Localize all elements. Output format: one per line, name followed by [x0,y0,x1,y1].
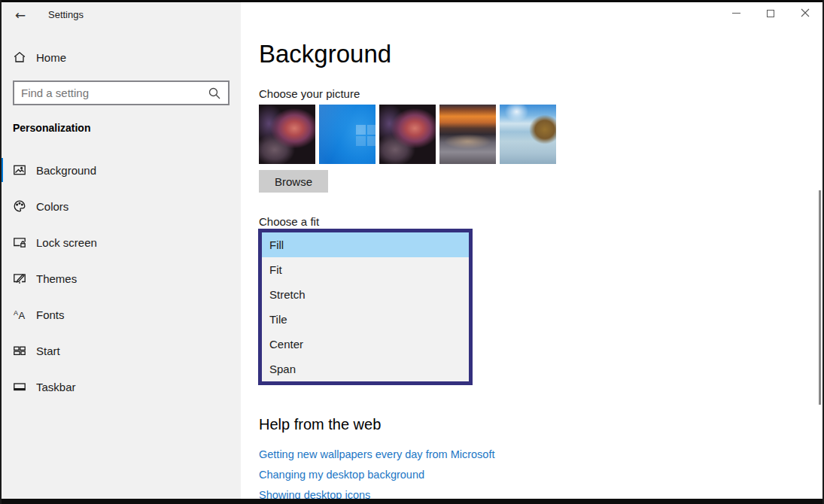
fit-option-stretch[interactable]: Stretch [262,282,469,307]
lock-screen-icon [13,235,26,252]
choose-picture-label: Choose your picture [259,87,360,100]
search-box [13,80,230,105]
back-arrow-icon: ← [15,8,26,23]
sidebar-item-lock-screen[interactable]: Lock screen [0,226,241,259]
wallpaper-thumbnail-4[interactable] [439,105,496,164]
sidebar-item-label: Fonts [36,308,65,321]
sidebar-item-label: Home [36,51,66,64]
fit-option-fill[interactable]: Fill [262,232,469,257]
sidebar-item-label: Themes [36,272,77,285]
home-icon [13,50,26,67]
sidebar-item-label: Start [36,345,60,357]
link-changing-desktop-background[interactable]: Changing my desktop background [259,469,424,481]
maximize-icon [767,10,774,17]
palette-icon [13,199,26,216]
sidebar-item-start[interactable]: Start [0,334,241,367]
close-button[interactable] [788,2,822,24]
image-icon [13,163,26,180]
choose-fit-label: Choose a fit [259,215,319,228]
sidebar-item-themes[interactable]: Themes [0,262,241,295]
svg-text:A: A [19,310,26,321]
fit-option-fit[interactable]: Fit [262,257,469,282]
fonts-icon: A A [13,308,26,324]
search-icon[interactable] [207,86,223,101]
window-edge-left [0,0,2,504]
page-title: Background [259,40,391,68]
wallpaper-thumbnails [259,105,556,164]
wallpaper-thumbnail-1[interactable] [259,105,315,164]
sidebar-item-label: Colors [36,200,68,213]
sidebar-item-label: Lock screen [36,236,97,249]
sidebar-item-fonts[interactable]: A A Fonts [0,298,241,331]
browse-button[interactable]: Browse [259,170,328,193]
fit-dropdown-list: Fill Fit Stretch Tile Center Span [258,229,473,385]
sidebar-item-taskbar[interactable]: Taskbar [0,370,241,403]
vertical-scrollbar-thumb[interactable] [819,190,821,405]
fit-option-span[interactable]: Span [262,357,469,381]
back-button[interactable]: ← [11,7,30,23]
search-input[interactable] [14,87,207,99]
taskbar-icon [13,380,26,396]
wallpaper-thumbnail-3[interactable] [379,105,436,164]
minimize-icon [732,13,740,14]
wallpaper-thumbnail-2[interactable] [319,105,376,164]
sidebar-item-label: Taskbar [36,381,76,393]
section-header-personalization: Personalization [13,122,90,134]
maximize-button[interactable] [753,2,788,24]
fit-option-center[interactable]: Center [262,332,469,357]
svg-text:A: A [14,309,18,317]
start-grid-icon [13,344,26,360]
window-controls [719,2,822,24]
sidebar-item-colors[interactable]: Colors [0,190,241,223]
link-getting-new-wallpapers[interactable]: Getting new wallpapers every day from Mi… [259,448,495,460]
help-from-web-title: Help from the web [259,416,381,433]
main-content: Background Choose your picture Browse Ch… [241,2,822,499]
window-edge-bottom [0,499,824,504]
sidebar: ← Settings Home Personalization [0,2,241,499]
sidebar-item-label: Background [36,164,96,177]
wallpaper-thumbnail-5[interactable] [500,105,556,164]
sidebar-item-background[interactable]: Background [0,153,241,187]
window-edge-top [0,0,824,2]
sidebar-item-home[interactable]: Home [0,47,241,70]
close-icon [801,7,810,20]
themes-icon [13,272,26,288]
fit-option-tile[interactable]: Tile [262,307,469,332]
minimize-button[interactable] [719,2,753,24]
app-title: Settings [48,9,84,20]
